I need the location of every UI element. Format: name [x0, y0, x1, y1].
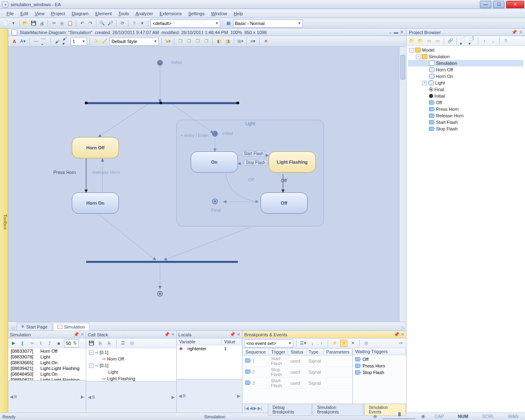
- breakpoints-grid-wrap[interactable]: SequenceTriggerStatusTypeParameters 1Sta…: [242, 348, 352, 404]
- line-color-icon[interactable]: 〰: [32, 38, 39, 45]
- play-icon[interactable]: ▶: [10, 340, 17, 347]
- group1-icon[interactable]: ❐: [177, 38, 184, 45]
- align-icon[interactable]: ⇲▾: [164, 38, 171, 45]
- layout-combo[interactable]: Basic - Normal ▾: [233, 19, 303, 27]
- new-icon[interactable]: 📄: [2, 20, 9, 27]
- tree-item[interactable]: Off: [408, 99, 523, 106]
- delete-icon[interactable]: ✕: [262, 38, 269, 45]
- vertical-scrollbar[interactable]: [399, 47, 406, 322]
- diagram-canvas[interactable]: Initial Horn Off Horn On Press Horn Rele…: [8, 47, 399, 322]
- highlight-icon[interactable]: ✨: [92, 38, 100, 45]
- default-combo[interactable]: <default> ▾: [151, 19, 220, 27]
- copy2-icon[interactable]: ⎘: [106, 340, 113, 347]
- close-icon[interactable]: ✕: [171, 332, 175, 337]
- brush-icon[interactable]: 🖌: [53, 38, 61, 45]
- dropdown-icon[interactable]: ▾: [10, 20, 17, 27]
- on-state[interactable]: On: [191, 151, 238, 173]
- waiting-trigger[interactable]: Stop Flash: [355, 369, 404, 376]
- step-out-icon[interactable]: ⤴: [46, 340, 53, 347]
- target-icon[interactable]: ◎: [128, 340, 136, 347]
- layout1-icon[interactable]: ◧: [215, 38, 223, 45]
- copy-icon[interactable]: ⎘: [97, 340, 104, 347]
- initial-node[interactable]: [157, 60, 163, 66]
- pin-icon[interactable]: 📌: [164, 332, 170, 337]
- toolbox-strip[interactable]: Toolbox: [0, 29, 8, 413]
- brush2-icon[interactable]: 🖌▾: [62, 38, 69, 45]
- menu-diagram[interactable]: Diagram: [68, 10, 92, 17]
- speed-spinner[interactable]: 50⇅: [64, 339, 79, 347]
- tree-item[interactable]: Simulation: [408, 60, 523, 66]
- group2-icon[interactable]: ❐: [185, 38, 193, 45]
- save-icon[interactable]: 💾: [30, 20, 37, 27]
- fill-color-icon[interactable]: A▾: [19, 38, 27, 45]
- menu-extensions[interactable]: Extensions: [156, 10, 185, 17]
- new-pkg2-icon[interactable]: 📁: [417, 37, 424, 45]
- bolt-active-icon[interactable]: ⚡: [340, 340, 347, 347]
- more-icon[interactable]: ⇨: [397, 340, 404, 347]
- search-icon[interactable]: 🔍: [98, 20, 106, 27]
- pin-icon[interactable]: 📌: [230, 332, 235, 337]
- tree-icon[interactable]: ⊞▾: [237, 38, 244, 45]
- light-flashing-state[interactable]: Light Flashing: [269, 151, 316, 173]
- target-icon[interactable]: ◎: [363, 340, 370, 347]
- menu-tools[interactable]: Tools: [115, 10, 132, 17]
- redo-icon[interactable]: ↷: [87, 20, 94, 27]
- pause-icon[interactable]: ‖: [19, 340, 26, 347]
- close-icon[interactable]: ✕: [80, 332, 84, 337]
- close-icon[interactable]: ✕: [519, 30, 523, 35]
- tab-sim-bp[interactable]: Simulation Breakpoints: [313, 404, 363, 416]
- menu-settings[interactable]: Settings: [185, 10, 208, 17]
- join-bar[interactable]: [86, 261, 238, 263]
- close-icon[interactable]: ✕: [237, 332, 240, 337]
- help-icon[interactable]: ?: [130, 20, 138, 27]
- step-in-icon[interactable]: ⤹: [37, 340, 44, 347]
- fork-bar[interactable]: [86, 102, 238, 104]
- up-arrow-icon[interactable]: ↑: [481, 37, 488, 45]
- maximize-button[interactable]: ☐: [493, 1, 504, 8]
- tree-item[interactable]: Press Horn: [408, 106, 523, 112]
- tree-item[interactable]: Stop Flash: [408, 126, 523, 132]
- eraser-icon[interactable]: 🧹: [101, 38, 108, 45]
- doc-icon[interactable]: 📄▾: [459, 37, 467, 45]
- horn-off-state[interactable]: Horn Off: [72, 137, 119, 158]
- link-icon[interactable]: 🔗: [447, 37, 454, 45]
- close-button[interactable]: ✕: [506, 1, 524, 8]
- tree-item[interactable]: −Model: [408, 47, 523, 53]
- group4-icon[interactable]: ❐: [203, 38, 210, 45]
- tree-item[interactable]: Start Flash: [408, 119, 523, 126]
- refresh-icon[interactable]: ⟳: [119, 20, 126, 27]
- dropdown2-icon[interactable]: ▾: [139, 20, 146, 27]
- tree-item[interactable]: Initial: [408, 93, 523, 99]
- clear-icon[interactable]: ✕: [349, 340, 356, 347]
- down-icon[interactable]: ↓: [308, 340, 316, 347]
- undo-icon[interactable]: ↶: [78, 20, 86, 27]
- group3-icon[interactable]: ❐: [194, 38, 201, 45]
- final-node[interactable]: [157, 291, 163, 297]
- tree-item[interactable]: +Light: [408, 80, 523, 86]
- line-width-combo[interactable]: 1 ▾: [71, 37, 87, 46]
- menu-file[interactable]: File: [3, 10, 17, 17]
- list-icon[interactable]: ☰: [119, 340, 127, 347]
- zoom-in-icon[interactable]: ⊕: [421, 414, 425, 419]
- menu-window[interactable]: Window: [208, 10, 231, 17]
- pin-icon[interactable]: 📌: [73, 332, 79, 337]
- new-diag-icon[interactable]: ▭: [425, 37, 433, 45]
- menu-view[interactable]: View: [32, 10, 48, 17]
- paste-icon[interactable]: 📋: [66, 20, 74, 27]
- tab-simulation[interactable]: Simulation: [53, 323, 89, 331]
- stop-icon[interactable]: ■: [55, 340, 62, 347]
- tab-start-page[interactable]: ✳Start Page: [16, 322, 52, 331]
- tree-item[interactable]: Release Horn: [408, 112, 523, 119]
- filter-icon[interactable]: ≡▾: [249, 38, 257, 45]
- pin-icon[interactable]: 📌: [511, 30, 517, 35]
- up-icon[interactable]: ↑: [317, 340, 325, 347]
- project-tree[interactable]: −Model−SimulationSimulationHorn OffHorn …: [406, 46, 525, 413]
- help2-icon[interactable]: ?: [502, 37, 509, 45]
- open-icon[interactable]: 📂: [22, 20, 29, 27]
- zoom-out-icon[interactable]: ⊖: [373, 414, 377, 419]
- minimize-button[interactable]: —: [480, 1, 491, 8]
- doc2-icon[interactable]: 📑▾: [468, 37, 475, 45]
- call-stack-tree[interactable]: −⇨[0.1]⇨Horn Off−⇨[0.1]Light⇨Light Flash…: [86, 348, 176, 381]
- tree-item[interactable]: −Simulation: [408, 53, 523, 60]
- list-icon[interactable]: ☰▾: [299, 340, 307, 347]
